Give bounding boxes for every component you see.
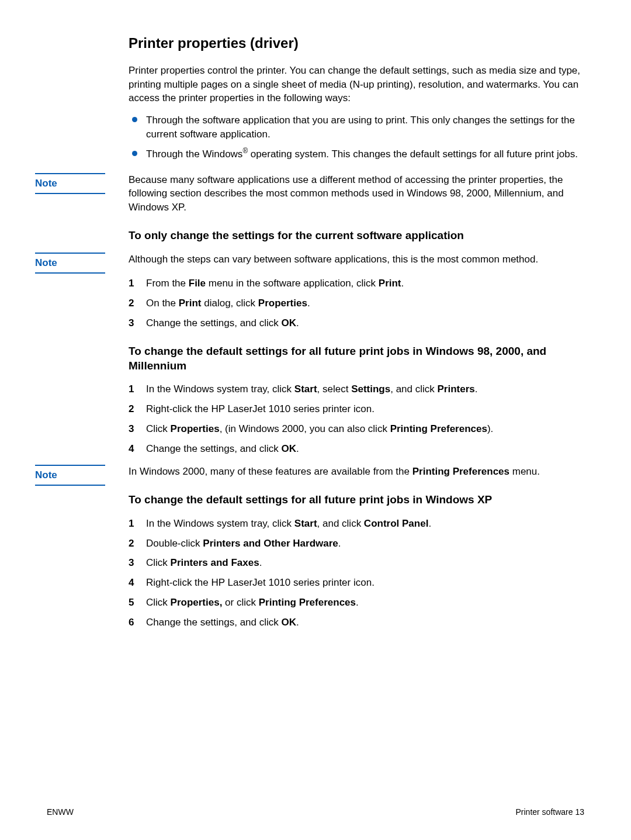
- note-block: Note Because many software applications …: [129, 173, 584, 215]
- note-label: Note: [35, 253, 105, 274]
- step-item: Click Printers and Faxes.: [129, 556, 584, 570]
- page-title: Printer properties (driver): [129, 35, 584, 52]
- step-item: Right-click the HP LaserJet 1010 series …: [129, 576, 584, 590]
- note-text: In Windows 2000, many of these features …: [129, 465, 584, 479]
- step-item: Click Properties, (in Windows 2000, you …: [129, 422, 584, 436]
- section-heading: To change the default settings for all f…: [129, 493, 584, 507]
- step-item: In the Windows system tray, click Start,…: [129, 382, 584, 396]
- section-heading: To change the default settings for all f…: [129, 344, 584, 373]
- step-item: Change the settings, and click OK.: [129, 616, 584, 630]
- step-item: From the File menu in the software appli…: [129, 276, 584, 291]
- note-block: Note Although the steps can vary between…: [129, 253, 584, 267]
- step-item: Click Properties, or click Printing Pref…: [129, 596, 584, 610]
- note-text: Because many software applications use a…: [129, 173, 584, 215]
- content-column: Printer properties (driver) Printer prop…: [129, 35, 584, 630]
- footer-right: Printer software 13: [516, 807, 585, 817]
- step-item: Double-click Printers and Other Hardware…: [129, 537, 584, 551]
- footer-left: ENWW: [47, 807, 74, 817]
- list-item: Through the software application that yo…: [129, 113, 584, 141]
- note-label: Note: [35, 465, 105, 486]
- steps-list: From the File menu in the software appli…: [129, 276, 584, 330]
- step-item: Change the settings, and click OK.: [129, 442, 584, 456]
- step-item: Right-click the HP LaserJet 1010 series …: [129, 402, 584, 416]
- list-item: Through the Windows® operating system. T…: [129, 147, 584, 161]
- note-text: Although the steps can vary between soft…: [129, 253, 584, 267]
- access-methods-list: Through the software application that yo…: [129, 113, 584, 161]
- document-page: Printer properties (driver) Printer prop…: [0, 0, 631, 840]
- page-footer: ENWW Printer software 13: [47, 807, 584, 817]
- section-heading: To only change the settings for the curr…: [129, 229, 584, 243]
- intro-paragraph: Printer properties control the printer. …: [129, 64, 584, 105]
- step-item: On the Print dialog, click Properties.: [129, 296, 584, 310]
- note-label: Note: [35, 173, 105, 194]
- note-block: Note In Windows 2000, many of these feat…: [129, 465, 584, 479]
- step-item: In the Windows system tray, click Start,…: [129, 517, 584, 531]
- steps-list: In the Windows system tray, click Start,…: [129, 382, 584, 455]
- step-item: Change the settings, and click OK.: [129, 316, 584, 330]
- steps-list: In the Windows system tray, click Start,…: [129, 517, 584, 630]
